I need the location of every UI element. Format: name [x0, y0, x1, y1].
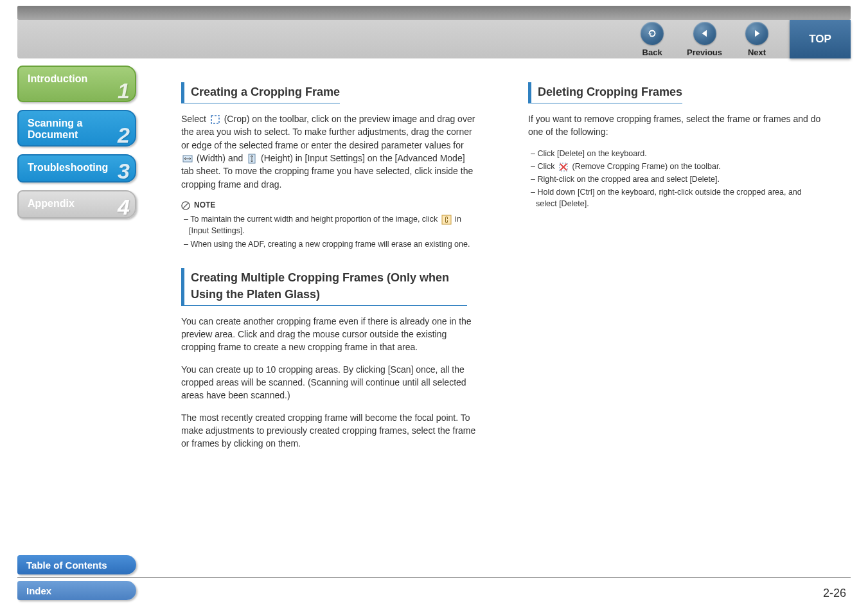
sidebar-item-label: Troubleshooting [28, 162, 108, 173]
sidebar-bottom: Table of Contents Index [17, 549, 139, 600]
sidebar-item-number: 3 [118, 159, 130, 184]
title-strip [17, 6, 851, 20]
next-label: Next [748, 48, 766, 57]
section-title: Creating a Cropping Frame [181, 82, 340, 103]
paragraph: The most recently created cropping frame… [181, 411, 477, 450]
link-aspect-icon [441, 215, 452, 225]
previous-arrow-icon [699, 28, 711, 39]
toc-button[interactable]: Table of Contents [17, 555, 136, 574]
list-item: Click [Delete] on the keyboard. [528, 148, 824, 159]
height-icon [247, 154, 257, 164]
next-button[interactable]: Next [745, 22, 768, 57]
sidebar-item-troubleshooting[interactable]: Troubleshooting 3 [17, 154, 136, 182]
sidebar-item-appendix[interactable]: Appendix 4 [17, 190, 136, 218]
note-item: When using the ADF, creating a new cropp… [181, 238, 477, 250]
sidebar-item-number: 1 [118, 78, 130, 103]
top-label: TOP [809, 33, 831, 46]
paragraph: You can create up to 10 cropping areas. … [181, 363, 477, 402]
back-button[interactable]: Back [641, 22, 664, 57]
index-button[interactable]: Index [17, 581, 136, 600]
paragraph: Select (Crop) on the toolbar, click on t… [181, 112, 477, 191]
header-band: Back Previous Next [17, 20, 851, 58]
footer-line [17, 577, 851, 578]
toc-label: Table of Contents [26, 560, 107, 571]
list-item: Click (Remove Cropping Frame) on the too… [528, 161, 824, 172]
sidebar-item-number: 4 [118, 195, 130, 220]
crop-icon [210, 114, 220, 125]
note-label: NOTE [194, 200, 215, 211]
right-column: Deleting Cropping Frames If you want to … [528, 82, 824, 568]
back-label: Back [642, 48, 662, 57]
previous-label: Previous [687, 48, 722, 57]
index-label: Index [26, 585, 51, 596]
note-header: NOTE [181, 200, 477, 211]
note-item: To maintain the current width and height… [181, 213, 477, 236]
page-number: 2-26 [823, 587, 846, 600]
svg-line-4 [184, 203, 188, 208]
top-button[interactable]: TOP [790, 20, 851, 58]
list-item: Right-click on the cropped area and sele… [528, 173, 824, 185]
section-title: Deleting Cropping Frames [528, 82, 682, 103]
left-column: Creating a Cropping Frame Select (Crop) … [181, 82, 477, 568]
sidebar: Introduction 1 Scanning a Document 2 Tro… [17, 66, 139, 226]
list-item: Hold down [Ctrl] on the keyboard, right-… [528, 186, 824, 209]
remove-crop-icon [558, 162, 569, 172]
svg-rect-0 [211, 116, 219, 123]
sidebar-item-label: Scanning a Document [28, 118, 82, 140]
paragraph: You can create another cropping frame ev… [181, 315, 477, 354]
previous-button[interactable]: Previous [687, 22, 722, 57]
paragraph: If you want to remove cropping frames, s… [528, 112, 824, 139]
width-icon [182, 154, 193, 164]
content-area: Creating a Cropping Frame Select (Crop) … [181, 82, 829, 568]
next-arrow-icon [751, 28, 763, 39]
section-title: Creating Multiple Cropping Frames (Only … [181, 268, 467, 306]
back-arrow-icon [646, 28, 658, 39]
sidebar-item-label: Appendix [28, 198, 75, 209]
sidebar-item-number: 2 [118, 123, 130, 148]
sidebar-item-label: Introduction [28, 73, 87, 84]
sidebar-item-scanning[interactable]: Scanning a Document 2 [17, 110, 136, 147]
note-icon [181, 201, 190, 210]
sidebar-item-introduction[interactable]: Introduction 1 [17, 66, 136, 102]
